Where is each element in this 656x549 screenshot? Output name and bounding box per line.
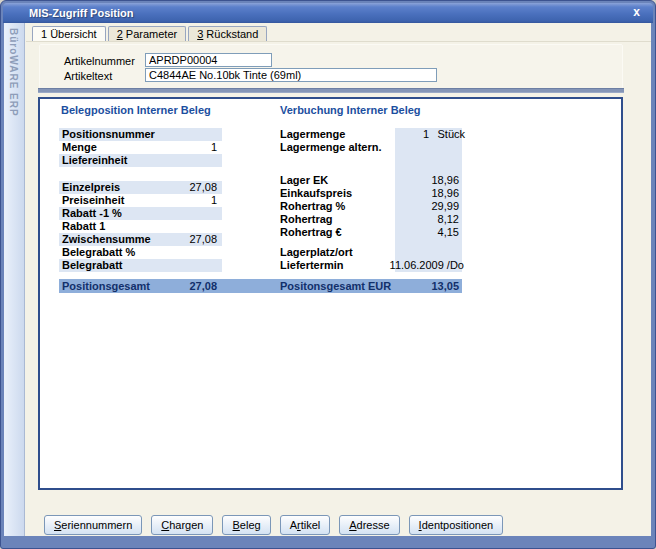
row-value: 1	[211, 141, 217, 154]
client-area: BüroWARE ERP 1 Übersicht 2 Parameter 3 R…	[4, 23, 651, 536]
row-zwischensumme: Zwischensumme27,08	[59, 233, 222, 246]
tab-baseline	[26, 41, 651, 42]
brand-label: BüroWARE ERP	[8, 28, 19, 117]
window-title: MIS-Zugriff Position	[29, 7, 133, 19]
button-label-rest: tikel	[301, 519, 321, 531]
row-value: 29,99	[431, 200, 459, 213]
right-rows: Lagermenge1Stück Lagermenge altern. Lage…	[280, 128, 462, 272]
row-rohertrag-prozent: Rohertrag %29,99	[280, 200, 462, 213]
row-value: 8,12	[438, 213, 459, 226]
tab-uebersicht[interactable]: 1 Übersicht	[32, 26, 106, 41]
row-liefertermin: Liefertermin11.06.2009 /Do	[280, 259, 462, 272]
dialog-window: MIS-Zugriff Position x BüroWARE ERP 1 Üb…	[0, 0, 656, 549]
row-label: Zwischensumme	[62, 233, 151, 246]
row-lagermenge-altern: Lagermenge altern.	[280, 141, 462, 154]
identpositionen-button[interactable]: Identpositionen	[409, 515, 504, 535]
row-rabatt-1: Rabatt 1	[59, 220, 222, 233]
button-label-rest: eleg	[240, 519, 261, 531]
row-label: Rohertrag %	[280, 200, 345, 213]
row-rohertrag-eur: Rohertrag €4,15	[280, 226, 462, 239]
row-liefereinheit: Liefereinheit	[59, 154, 222, 167]
row-label: Einkaufspreis	[280, 187, 352, 200]
separator-bar	[38, 88, 624, 93]
row-label: Lager EK	[280, 174, 328, 187]
button-mnemonic: B	[232, 519, 239, 531]
tab-label: 1 Übersicht	[41, 28, 97, 40]
row-label: Rohertrag	[280, 213, 333, 226]
row-spacer	[59, 167, 222, 181]
row-label: Liefertermin	[280, 259, 344, 272]
row-label: Rabatt -1 %	[62, 207, 122, 220]
row-label: Preiseinheit	[62, 194, 124, 207]
row-spacer	[280, 154, 462, 174]
row-label: Belegrabatt	[62, 259, 123, 272]
button-label-rest: eriennummern	[61, 519, 132, 531]
total-left-value: 27,08	[59, 279, 217, 293]
row-belegrabatt-prozent: Belegrabatt %	[59, 246, 222, 259]
button-label-rest: dresse	[357, 519, 390, 531]
row-label: Liefereinheit	[62, 154, 127, 167]
row-lagermenge: Lagermenge1Stück	[280, 128, 462, 141]
row-label: Positionsnummer	[62, 128, 155, 141]
row-preiseinheit: Preiseinheit1	[59, 194, 222, 207]
row-label: Belegrabatt %	[62, 246, 135, 259]
row-einkaufspreis: Einkaufspreis18,96	[280, 187, 462, 200]
artikeltext-label: Artikeltext	[64, 69, 112, 83]
row-lagerplatz-ort: Lagerplatz/ort	[280, 246, 462, 259]
row-spacer	[280, 239, 462, 246]
row-einzelpreis: Einzelpreis27,08	[59, 181, 222, 194]
left-section-title: Belegposition Interner Beleg	[61, 104, 211, 116]
chargen-button[interactable]: Chargen	[151, 515, 213, 535]
total-right-label: Positonsgesamt EUR	[280, 279, 391, 293]
row-value: 11.06.2009 /Do	[390, 259, 464, 272]
button-row: Seriennummern Chargen Beleg Artikel Adre…	[44, 515, 503, 535]
tab-parameter[interactable]: 2 Parameter	[108, 26, 187, 41]
artikelnummer-input[interactable]	[145, 53, 272, 67]
tab-bar: 1 Übersicht 2 Parameter 3 Rückstand	[32, 26, 267, 41]
seriennummern-button[interactable]: Seriennummern	[44, 515, 142, 535]
row-lager-ek: Lager EK18,96	[280, 174, 462, 187]
close-icon[interactable]: x	[633, 5, 640, 19]
row-value: 1	[423, 128, 429, 141]
titlebar[interactable]: MIS-Zugriff Position x	[3, 3, 653, 23]
adresse-button[interactable]: Adresse	[339, 515, 399, 535]
position-detail-panel: Belegposition Interner Beleg Verbuchung …	[38, 97, 623, 490]
button-label-rest: dentpositionen	[422, 519, 494, 531]
row-label: Rabatt 1	[62, 220, 105, 233]
row-rabatt-1-prozent: Rabatt -1 %	[59, 207, 222, 220]
position-total-bar: Positionsgesamt 27,08 Positonsgesamt EUR…	[59, 279, 462, 293]
row-belegrabatt: Belegrabatt	[59, 259, 222, 272]
content-area: 1 Übersicht 2 Parameter 3 Rückstand Arti…	[26, 23, 651, 536]
brand-strip: BüroWARE ERP	[4, 23, 25, 536]
button-label: A	[290, 519, 297, 531]
artikeltext-input[interactable]	[145, 68, 437, 82]
total-right-value: 13,05	[431, 279, 459, 293]
artikel-button[interactable]: Artikel	[280, 515, 331, 535]
tab-label-rest: Rückstand	[203, 28, 258, 40]
row-value: 1	[211, 194, 217, 207]
row-value: 18,96	[431, 187, 459, 200]
row-unit: Stück	[437, 128, 465, 141]
row-value: 18,96	[431, 174, 459, 187]
tab-label-rest: Parameter	[123, 28, 177, 40]
button-mnemonic: A	[349, 519, 356, 531]
artikelnummer-label: Artikelnummer	[64, 54, 135, 68]
row-label: Einzelpreis	[62, 181, 120, 194]
row-value: 27,08	[189, 181, 217, 194]
row-rohertrag: Rohertrag8,12	[280, 213, 462, 226]
row-menge: Menge1	[59, 141, 222, 154]
row-label: Lagermenge	[280, 128, 345, 141]
tab-rueckstand[interactable]: 3 Rückstand	[188, 26, 267, 41]
left-rows: Positionsnummer Menge1 Liefereinheit Ein…	[59, 128, 222, 272]
row-label: Lagermenge altern.	[280, 141, 381, 154]
row-value: 27,08	[189, 233, 217, 246]
row-value: 4,15	[438, 226, 459, 239]
row-positionsnummer: Positionsnummer	[59, 128, 222, 141]
beleg-button[interactable]: Beleg	[222, 515, 270, 535]
row-label: Rohertrag €	[280, 226, 342, 239]
row-label: Menge	[62, 141, 97, 154]
row-label: Lagerplatz/ort	[280, 246, 353, 259]
button-label-rest: hargen	[169, 519, 203, 531]
right-section-title: Verbuchung Interner Beleg	[280, 104, 421, 116]
